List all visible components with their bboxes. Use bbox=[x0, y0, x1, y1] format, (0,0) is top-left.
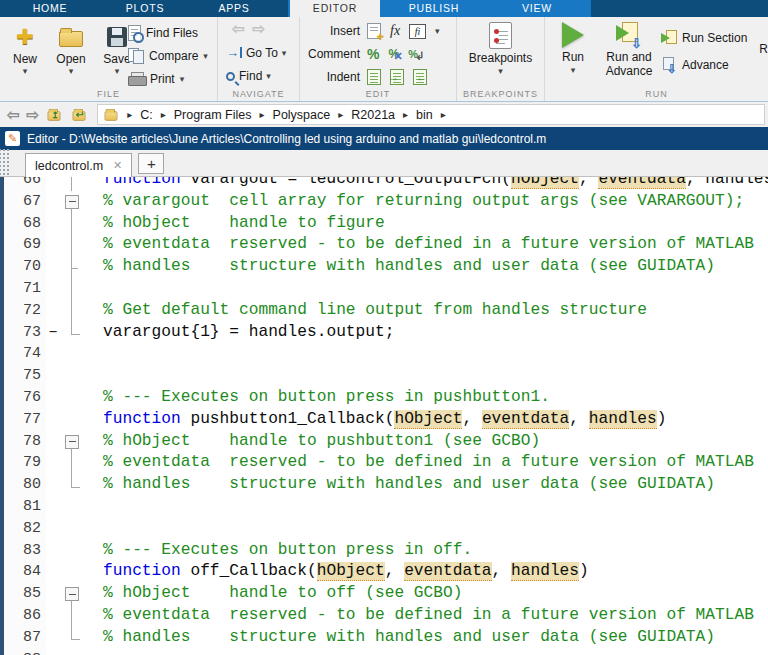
line-number[interactable]: 83 bbox=[0, 540, 46, 562]
open-dropdown-arrow[interactable]: ▾ bbox=[69, 67, 74, 75]
tab-close-icon[interactable]: ✕ bbox=[113, 159, 122, 172]
go-to-button[interactable]: → Go To ▾ bbox=[226, 45, 286, 60]
breakpoint-column[interactable]: – bbox=[46, 322, 60, 344]
line-number[interactable]: 79 bbox=[0, 452, 46, 474]
tabbar-grip-handle[interactable] bbox=[0, 149, 9, 176]
find-files-button[interactable]: Find Files bbox=[128, 24, 208, 42]
breakpoint-column[interactable] bbox=[46, 343, 60, 365]
code-line-82[interactable]: 82 bbox=[0, 518, 768, 540]
breakpoint-column[interactable] bbox=[46, 540, 60, 562]
uncomment-icon[interactable]: % bbox=[388, 47, 399, 61]
code-fold-marker[interactable] bbox=[60, 431, 103, 453]
code-fold-marker[interactable] bbox=[60, 278, 103, 300]
breakpoint-column[interactable] bbox=[46, 278, 60, 300]
breakpoint-column[interactable] bbox=[46, 474, 60, 496]
line-number[interactable]: 78 bbox=[0, 431, 46, 453]
code-line-75[interactable]: 75 bbox=[0, 365, 768, 387]
code-editor[interactable]: 66function varargout = ledcontrol_Output… bbox=[0, 177, 768, 655]
breakpoints-button[interactable]: Breakpoints ▾ bbox=[457, 22, 544, 75]
new-button[interactable]: ✚ New ▾ bbox=[7, 23, 43, 75]
breadcrumb-polyspace[interactable]: Polyspace bbox=[271, 108, 333, 122]
code-fold-marker[interactable] bbox=[60, 561, 103, 583]
tab-ledcontrol[interactable]: ledcontrol.m ✕ bbox=[25, 153, 132, 177]
browse-folder-icon[interactable] bbox=[73, 111, 86, 121]
breakpoint-column[interactable] bbox=[46, 627, 60, 649]
line-number[interactable]: 74 bbox=[0, 343, 46, 365]
code-fold-marker[interactable] bbox=[60, 213, 103, 235]
code-line-85[interactable]: 85% hObject handle to off (see GCBO) bbox=[0, 583, 768, 605]
line-number[interactable]: 73 bbox=[0, 322, 46, 344]
line-number[interactable]: 75 bbox=[0, 365, 46, 387]
address-back-icon[interactable]: ⇦ bbox=[7, 107, 20, 123]
code-line-86[interactable]: 86% eventdata reserved - to be defined i… bbox=[0, 605, 768, 627]
line-number[interactable]: 76 bbox=[0, 387, 46, 409]
save-dropdown-arrow[interactable]: ▾ bbox=[115, 67, 120, 75]
code-fold-marker[interactable] bbox=[60, 540, 103, 562]
insert-fi-icon[interactable]: fi bbox=[409, 24, 426, 39]
code-fold-marker[interactable] bbox=[60, 365, 103, 387]
ribbon-tab-view[interactable]: VIEW bbox=[494, 0, 580, 17]
ribbon-tab-plots[interactable]: PLOTS bbox=[108, 0, 182, 17]
smart-indent-icon[interactable] bbox=[367, 69, 381, 85]
code-line-77[interactable]: 77function pushbutton1_Callback(hObject,… bbox=[0, 409, 768, 431]
ribbon-tab-home[interactable]: HOME bbox=[14, 0, 86, 17]
breakpoint-column[interactable] bbox=[46, 191, 60, 213]
code-line-71[interactable]: 71 bbox=[0, 278, 768, 300]
address-forward-icon[interactable]: ⇨ bbox=[27, 107, 40, 123]
line-number[interactable]: 87 bbox=[0, 627, 46, 649]
code-line-84[interactable]: 84function off_Callback(hObject, eventda… bbox=[0, 561, 768, 583]
breakpoint-column[interactable] bbox=[46, 431, 60, 453]
line-number[interactable]: 66 bbox=[0, 177, 46, 191]
line-number[interactable]: 77 bbox=[0, 409, 46, 431]
code-fold-marker[interactable] bbox=[60, 322, 103, 344]
code-line-80[interactable]: 80% handles structure with handles and u… bbox=[0, 474, 768, 496]
up-one-level-icon[interactable] bbox=[48, 111, 61, 121]
breakpoint-column[interactable] bbox=[46, 365, 60, 387]
breakpoint-column[interactable] bbox=[46, 234, 60, 256]
run-dropdown-arrow[interactable]: ▾ bbox=[571, 66, 576, 74]
code-fold-marker[interactable] bbox=[60, 627, 103, 649]
breakpoint-column[interactable] bbox=[46, 583, 60, 605]
code-line-78[interactable]: 78% hObject handle to pushbutton1 (see G… bbox=[0, 431, 768, 453]
breakpoint-column[interactable] bbox=[46, 256, 60, 278]
new-dropdown-arrow[interactable]: ▾ bbox=[23, 67, 28, 75]
code-line-88[interactable]: 88 bbox=[0, 649, 768, 655]
code-fold-marker[interactable] bbox=[60, 409, 103, 431]
line-number[interactable]: 82 bbox=[0, 518, 46, 540]
line-number[interactable]: 68 bbox=[0, 213, 46, 235]
breakpoint-column[interactable] bbox=[46, 177, 60, 191]
line-number[interactable]: 88 bbox=[0, 649, 46, 655]
breadcrumb-program-files[interactable]: Program Files bbox=[172, 108, 254, 122]
ribbon-tab-editor[interactable]: EDITOR bbox=[290, 0, 380, 17]
code-fold-marker[interactable] bbox=[60, 605, 103, 627]
run-and-time-button[interactable]: Run and Time bbox=[751, 22, 768, 70]
code-line-74[interactable]: 74 bbox=[0, 343, 768, 365]
print-dropdown-arrow[interactable]: ▾ bbox=[180, 75, 185, 83]
go-to-dropdown-arrow[interactable]: ▾ bbox=[282, 49, 287, 57]
breakpoint-column[interactable] bbox=[46, 452, 60, 474]
line-number[interactable]: 80 bbox=[0, 474, 46, 496]
find-dropdown-arrow[interactable]: ▾ bbox=[266, 72, 271, 80]
code-fold-marker[interactable] bbox=[60, 496, 103, 518]
insert-function-icon[interactable]: fx bbox=[390, 23, 400, 39]
breakpoint-column[interactable] bbox=[46, 605, 60, 627]
current-folder-breadcrumb[interactable]: ▸ C: ▸ Program Files ▸ Polyspace ▸ R2021… bbox=[97, 104, 765, 125]
indent-left-icon[interactable] bbox=[413, 69, 427, 85]
code-fold-marker[interactable] bbox=[60, 177, 103, 191]
ribbon-tab-apps[interactable]: APPS bbox=[202, 0, 266, 17]
code-line-83[interactable]: 83% --- Executes on button press in off. bbox=[0, 540, 768, 562]
run-and-advance-button[interactable]: ⇩ Run and Advance bbox=[597, 22, 661, 78]
compare-button[interactable]: Compare ▾ bbox=[128, 47, 208, 65]
breadcrumb-drive[interactable]: C: bbox=[138, 108, 155, 122]
line-number[interactable]: 86 bbox=[0, 605, 46, 627]
print-button[interactable]: Print ▾ bbox=[128, 70, 208, 88]
breakpoint-column[interactable] bbox=[46, 387, 60, 409]
code-line-72[interactable]: 72% Get default command line output from… bbox=[0, 300, 768, 322]
advance-button[interactable]: ⇩ Advance bbox=[661, 56, 747, 74]
line-number[interactable]: 67 bbox=[0, 191, 46, 213]
navigate-forward-icon[interactable]: ⇨ bbox=[253, 21, 266, 37]
code-fold-marker[interactable] bbox=[60, 583, 103, 605]
line-number[interactable]: 71 bbox=[0, 278, 46, 300]
code-fold-marker[interactable] bbox=[60, 518, 103, 540]
new-tab-button[interactable]: + bbox=[138, 153, 164, 174]
